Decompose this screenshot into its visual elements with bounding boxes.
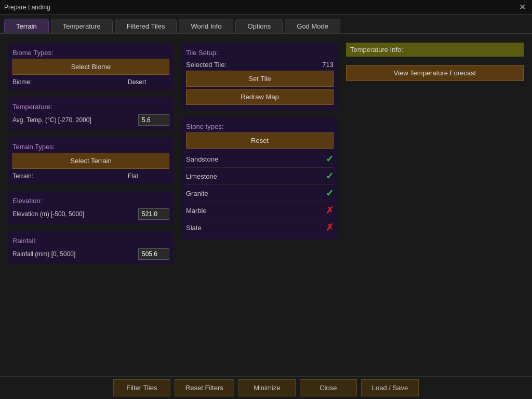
title-bar: Prepare Landing ✕: [0, 0, 532, 15]
selected-tile-value: 713: [322, 61, 334, 69]
right-panel: Temperature Info: View Temperature Forec…: [346, 43, 524, 364]
tab-god-mode[interactable]: God Mode: [285, 19, 340, 33]
elevation-label: Elevation (m) [-500, 5000]: [12, 210, 138, 218]
select-terrain-button[interactable]: Select Terrain: [12, 153, 169, 169]
window-title: Prepare Landing: [4, 4, 50, 11]
stone-granite-name: Granite: [186, 190, 208, 197]
stone-sandstone-check: ✓: [326, 153, 334, 165]
stone-slate-row: Slate ✗: [186, 219, 334, 236]
content-area: Biome Types: Select Biome Biome: Desert …: [0, 34, 532, 372]
terrain-value: Flat: [128, 172, 169, 180]
selected-tile-label: Selected Tile:: [186, 61, 227, 69]
center-panel: Tile Setup: Selected Tile: 713 Set Tile …: [182, 43, 338, 364]
stone-types-section: Stone types: Reset Sandstone ✓ Limestone…: [182, 116, 338, 240]
stone-slate-name: Slate: [186, 224, 202, 232]
left-panel: Biome Types: Select Biome Biome: Desert …: [8, 43, 174, 364]
minimize-button[interactable]: Minimize: [238, 379, 296, 396]
biome-label: Biome:: [12, 78, 128, 86]
tab-options[interactable]: Options: [235, 19, 283, 33]
tab-filtered-tiles[interactable]: Filtered Tiles: [115, 19, 177, 33]
terrain-section: Terrain Types: Select Terrain Terrain: F…: [8, 137, 174, 184]
biome-value: Desert: [128, 78, 169, 86]
rainfall-row: Rainfall (mm) [0, 5000]: [12, 247, 169, 261]
avg-temp-label: Avg. Temp. (°C) [-270, 2000]: [12, 116, 138, 124]
bottom-bar: Filter Tiles Reset Filters Minimize Clos…: [0, 376, 532, 399]
redraw-map-button[interactable]: Redraw Map: [186, 89, 334, 105]
stone-slate-check: ✗: [326, 222, 334, 233]
close-button[interactable]: Close: [300, 379, 357, 396]
rainfall-section-label: Rainfall:: [12, 234, 169, 247]
rainfall-input[interactable]: [138, 248, 169, 260]
set-tile-button[interactable]: Set Tile: [186, 71, 334, 87]
elevation-input[interactable]: [138, 208, 169, 220]
tab-world-info[interactable]: World Info: [179, 19, 233, 33]
temperature-section: Temperature: Avg. Temp. (°C) [-270, 2000…: [8, 97, 174, 130]
elevation-row: Elevation (m) [-500, 5000]: [12, 207, 169, 221]
reset-filters-button[interactable]: Reset Filters: [175, 379, 234, 396]
elevation-section: Elevation: Elevation (m) [-500, 5000]: [8, 191, 174, 224]
stone-sandstone-row: Sandstone ✓: [186, 151, 334, 168]
stone-granite-check: ✓: [326, 188, 334, 199]
avg-temp-input[interactable]: [138, 114, 169, 126]
reset-stone-button[interactable]: Reset: [186, 132, 334, 149]
temperature-section-label: Temperature:: [12, 100, 169, 113]
biome-field-row: Biome: Desert: [12, 77, 169, 87]
avg-temp-row: Avg. Temp. (°C) [-270, 2000]: [12, 113, 169, 127]
select-biome-button[interactable]: Select Biome: [12, 59, 169, 75]
tab-terrain[interactable]: Terrain: [4, 19, 49, 33]
tab-temperature[interactable]: Temperature: [51, 19, 113, 33]
terrain-field-row: Terrain: Flat: [12, 171, 169, 181]
view-forecast-button[interactable]: View Temperature Forecast: [346, 65, 524, 81]
elevation-section-label: Elevation:: [12, 194, 169, 207]
stone-sandstone-name: Sandstone: [186, 155, 218, 163]
rainfall-section: Rainfall: Rainfall (mm) [0, 5000]: [8, 231, 174, 264]
biome-section-label: Biome Types:: [12, 46, 169, 59]
stone-limestone-row: Limestone ✓: [186, 168, 334, 185]
tile-setup-section: Tile Setup: Selected Tile: 713 Set Tile …: [182, 43, 338, 110]
window-close-button[interactable]: ✕: [517, 2, 528, 12]
selected-tile-row: Selected Tile: 713: [186, 59, 334, 71]
tile-setup-label: Tile Setup:: [186, 46, 334, 59]
stone-marble-row: Marble ✗: [186, 202, 334, 219]
filter-tiles-button[interactable]: Filter Tiles: [113, 379, 170, 396]
terrain-label: Terrain:: [12, 172, 128, 180]
tab-bar: Terrain Temperature Filtered Tiles World…: [0, 15, 532, 34]
stone-marble-name: Marble: [186, 207, 207, 215]
stone-limestone-name: Limestone: [186, 172, 217, 180]
biome-section: Biome Types: Select Biome Biome: Desert: [8, 43, 174, 90]
temp-info-header: Temperature Info:: [346, 43, 524, 57]
rainfall-label: Rainfall (mm) [0, 5000]: [12, 250, 138, 258]
stone-marble-check: ✗: [326, 205, 334, 216]
stone-granite-row: Granite ✓: [186, 185, 334, 202]
stone-limestone-check: ✓: [326, 170, 334, 182]
load-save-button[interactable]: Load / Save: [361, 379, 419, 396]
terrain-section-label: Terrain Types:: [12, 140, 169, 153]
stone-types-label: Stone types:: [186, 119, 334, 132]
